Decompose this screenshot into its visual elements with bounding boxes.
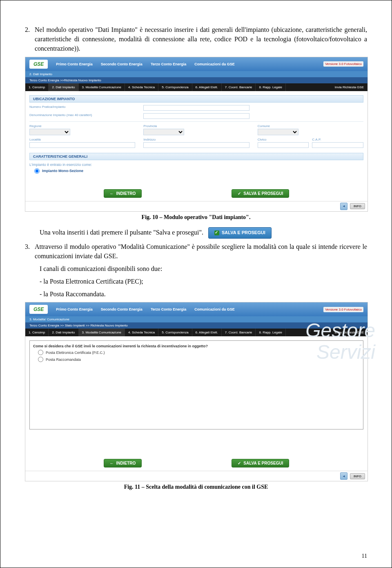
- form-footer-2: ◄ INFO: [25, 471, 368, 481]
- back-button[interactable]: ←INDIETRO: [104, 459, 142, 467]
- tab-dati-impianto[interactable]: 2. Dati Impianto: [49, 83, 78, 91]
- app-header-2: GSE Primo Conto Energia Secondo Conto En…: [25, 302, 368, 316]
- paragraph-2-text: Nel modulo operativo "Dati Impianto" è n…: [35, 25, 367, 54]
- label-numero-pratica: Numero Pratica/Impianto: [29, 105, 135, 109]
- list-number-2: 2.: [25, 25, 30, 54]
- input-localita[interactable]: [29, 142, 135, 148]
- input-civico[interactable]: [258, 142, 309, 148]
- form-footer: ◄ INFO: [25, 201, 368, 211]
- input-cap[interactable]: [312, 142, 363, 148]
- input-denominazione[interactable]: [143, 113, 249, 119]
- version-badge: Versione 3.0 Fotovoltaico: [323, 61, 363, 67]
- figure-11-caption: Fig. 11 – Scelta della modalità di comun…: [25, 484, 367, 490]
- section-caratteristiche: CARATTERISTICHE GENERALI: [29, 153, 363, 160]
- figure-10-caption: Fig. 10 – Modulo operativo "Dati impiant…: [25, 214, 367, 221]
- tab-rapp[interactable]: 8. Rapp. Legale: [256, 83, 286, 91]
- check-icon: [214, 230, 219, 235]
- tab-scheda[interactable]: 4. Scheda Tecnica: [125, 83, 158, 91]
- nav-primo[interactable]: Primo Conto Energia: [56, 62, 93, 66]
- section-title-bar-2: 3. Modalita' Comunicazione: [25, 316, 368, 322]
- app-header: GSE Primo Conto Energia Secondo Conto En…: [25, 57, 368, 71]
- info-badge[interactable]: INFO: [350, 203, 365, 209]
- arrow-left-icon[interactable]: ◄: [340, 203, 347, 210]
- breadcrumb-2: Terzo Conto Energia >> Stato Impianti >>…: [25, 322, 368, 329]
- select-comune[interactable]: [258, 129, 298, 135]
- nav-secondo[interactable]: Secondo Conto Energia: [101, 62, 143, 66]
- section-title-bar: 2. Dati Impianto: [25, 71, 368, 77]
- comm-question: Come si desidera che il GSE invii le com…: [33, 344, 360, 348]
- salva-line: Una volta inseriti i dati premere il pul…: [40, 227, 367, 239]
- radio-raccomandata[interactable]: Posta Raccomandata: [38, 357, 360, 362]
- version-badge: Versione 3.0 Fotovoltaico: [323, 307, 363, 312]
- tab-scheda[interactable]: 4. Scheda Tecnica: [125, 329, 158, 336]
- form-buttons-2: ←INDIETRO ✓SALVA E PROSEGUI: [25, 451, 368, 471]
- list-number-3: 3.: [25, 242, 30, 261]
- label-comune: Comune: [258, 124, 363, 128]
- nav-terzo[interactable]: Terzo Conto Energia: [151, 62, 186, 66]
- form-buttons: ←INDIETRO ✓SALVA E PROSEGUI: [25, 181, 368, 201]
- tab-censimp[interactable]: 1. Censimp: [25, 83, 49, 91]
- salva-text: Una volta inseriti i dati premere il pul…: [40, 228, 203, 235]
- radio-mono-input[interactable]: [34, 168, 40, 174]
- select-provincia[interactable]: [143, 129, 184, 135]
- label-denominazione: Denominazione Impianto (max 40 caratteri…: [29, 113, 135, 117]
- arrow-left-icon: ←: [110, 191, 114, 196]
- caratteristiche-text: L'impianto è entrato in esercizio come:: [29, 163, 363, 167]
- radio-pec-input[interactable]: [38, 350, 43, 355]
- check-icon: ✓: [238, 461, 241, 465]
- arrow-left-icon[interactable]: ◄: [340, 472, 347, 480]
- save-button[interactable]: ✓SALVA E PROSEGUI: [232, 189, 289, 198]
- info-badge[interactable]: INFO: [350, 473, 365, 479]
- arrow-left-icon: ←: [110, 461, 114, 465]
- radio-pec-label: Posta Elettronica Certificata (P.E.C.): [46, 351, 105, 355]
- label-regione: Regione: [29, 124, 135, 128]
- radio-pec[interactable]: Posta Elettronica Certificata (P.E.C.): [38, 350, 360, 355]
- p3-sub1: I canali di comunicazioni disponibili so…: [40, 264, 367, 273]
- input-indirizzo[interactable]: [143, 142, 249, 148]
- tab-modalita[interactable]: 3. Modalità Comunicazione: [79, 329, 125, 336]
- tab-dati-impianto[interactable]: 2. Dati Impianto: [49, 329, 78, 336]
- section-ubicazione: UBICAZIONE IMPIANTO: [29, 95, 363, 103]
- check-icon: ✓: [238, 191, 241, 196]
- radio-racc-label: Posta Raccomandata: [46, 358, 81, 362]
- tab-coord[interactable]: 7. Coord. Bancarie: [222, 83, 256, 91]
- tab-invia[interactable]: Invia Richiesta GSE: [332, 83, 368, 91]
- paragraph-3-text: Attraverso il modulo operativo "Modalità…: [35, 242, 367, 261]
- tab-rapp[interactable]: 8. Rapp. Legale: [256, 329, 286, 336]
- nav-comunicazioni[interactable]: Comunicazioni da GSE: [194, 62, 235, 66]
- tab-corrispondenza[interactable]: 5. Corrispondenza: [158, 83, 192, 91]
- salva-prosegui-button-inline: SALVA E PROSEGUI: [208, 227, 272, 239]
- nav-secondo[interactable]: Secondo Conto Energia: [101, 307, 143, 311]
- tab-coord[interactable]: 7. Coord. Bancarie: [222, 329, 256, 336]
- label-provincia: Provincia: [143, 124, 249, 128]
- tab-allegati[interactable]: 6. Allegati Elett.: [192, 83, 222, 91]
- tab-corrispondenza[interactable]: 5. Corrispondenza: [158, 329, 192, 336]
- screenshot-dati-impianto: GSE Primo Conto Energia Secondo Conto En…: [25, 57, 368, 212]
- p3-sub3: - la Posta Raccomandata.: [40, 289, 367, 299]
- tab-censimp[interactable]: 1. Censimp: [25, 329, 49, 336]
- tab-allegati[interactable]: 6. Allegati Elett.: [192, 329, 222, 336]
- breadcrumb: Terzo Conto Energia >>Richiesta Nuovo Im…: [25, 77, 368, 83]
- form-body: UBICAZIONE IMPIANTO Numero Pratica/Impia…: [25, 91, 368, 181]
- radio-racc-input[interactable]: [38, 357, 43, 362]
- gse-logo: GSE: [29, 60, 48, 69]
- back-button[interactable]: ←INDIETRO: [104, 189, 142, 198]
- wizard-tabs-2: 1. Censimp 2. Dati Impianto 3. Modalità …: [25, 329, 368, 336]
- screenshot-modalita: GSE Primo Conto Energia Secondo Conto En…: [25, 302, 368, 481]
- radio-mono-sezione[interactable]: Impianto Mono-Sezione: [34, 168, 363, 174]
- input-numero-pratica[interactable]: [143, 105, 249, 111]
- tab-invia[interactable]: Invia Richiesta GSE: [332, 329, 368, 336]
- select-regione[interactable]: [29, 129, 70, 135]
- form-body-2: Come si desidera che il GSE invii le com…: [25, 336, 368, 451]
- tab-modalita[interactable]: 3. Modalità Comunicazione: [79, 83, 125, 91]
- nav-primo[interactable]: Primo Conto Energia: [56, 307, 93, 311]
- p3-sub2: - la Posta Elettronica Certificata (PEC)…: [40, 277, 367, 286]
- question-box: Come si desidera che il GSE invii le com…: [29, 340, 363, 429]
- nav-comunicazioni[interactable]: Comunicazioni da GSE: [194, 307, 235, 311]
- label-cap: C.A.P.: [312, 138, 363, 141]
- salva-btn-label: SALVA E PROSEGUI: [222, 230, 265, 236]
- nav-terzo[interactable]: Terzo Conto Energia: [151, 307, 186, 311]
- page-number: 11: [362, 553, 367, 559]
- save-button[interactable]: ✓SALVA E PROSEGUI: [232, 459, 289, 467]
- save-label: SALVA E PROSEGUI: [243, 191, 283, 196]
